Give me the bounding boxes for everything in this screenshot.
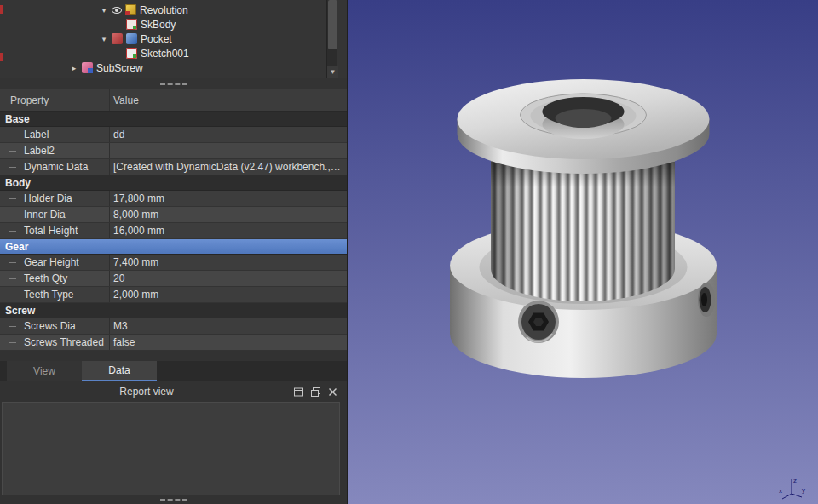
- set-screw-front: [518, 301, 559, 343]
- pocket-icon: [112, 33, 123, 44]
- property-row-label2[interactable]: Label2: [0, 143, 347, 159]
- property-editor: Base Label dd Label2 Dynamic Data [Creat…: [0, 112, 347, 351]
- property-row-screws-threaded[interactable]: Screws Threaded false: [0, 335, 347, 351]
- axis-indicator: z y x: [777, 475, 808, 502]
- property-group-base[interactable]: Base: [0, 112, 347, 127]
- axis-x-label: x: [779, 487, 782, 495]
- property-row-teeth-qty[interactable]: Teeth Qty 20: [0, 271, 347, 287]
- set-screw-right: [698, 283, 715, 317]
- scrollbar-down-arrow-icon[interactable]: ▼: [327, 66, 338, 78]
- revolution-icon: [125, 4, 136, 15]
- splitter-handle-icon: [160, 499, 187, 501]
- tree-item-label: Pocket: [141, 33, 172, 45]
- clipped-tree-icon: [0, 53, 3, 61]
- pulley-model[interactable]: [348, 0, 818, 504]
- model-tree: ▾ Revolution SkBody ▾ Pocket Sketch001 ▸…: [0, 0, 347, 78]
- tree-item-label: Revolution: [140, 4, 188, 16]
- property-group-gear-selected[interactable]: Gear: [0, 239, 347, 255]
- scrollbar-thumb[interactable]: [328, 0, 337, 49]
- tree-property-splitter[interactable]: [0, 78, 347, 89]
- report-view-title: Report view: [0, 386, 293, 398]
- column-header-property[interactable]: Property: [0, 94, 109, 106]
- dock-window-icon[interactable]: [293, 387, 304, 398]
- bottom-splitter[interactable]: [0, 495, 347, 504]
- float-window-icon[interactable]: [310, 387, 321, 398]
- clipped-tree-icon: [0, 5, 3, 14]
- tree-item-subscrew[interactable]: ▸ SubScrew: [0, 60, 347, 75]
- property-group-body[interactable]: Body: [0, 175, 347, 191]
- expand-arrow-icon[interactable]: ▾: [100, 35, 108, 43]
- tree-item-label: SubScrew: [96, 62, 143, 74]
- 3d-viewport[interactable]: z y x: [348, 0, 818, 504]
- pulley-bore: [543, 97, 625, 139]
- expand-arrow-icon[interactable]: ▾: [100, 6, 108, 14]
- property-row-label[interactable]: Label dd: [0, 127, 347, 143]
- column-header-value[interactable]: Value: [109, 89, 347, 111]
- property-row-gear-height[interactable]: Gear Height 7,400 mm: [0, 255, 347, 271]
- tree-item-pocket[interactable]: ▾ Pocket: [0, 32, 347, 46]
- visibility-eye-icon: [112, 7, 122, 14]
- tree-scrollbar[interactable]: ▼: [326, 0, 337, 78]
- property-row-dynamic-data[interactable]: Dynamic Data [Created with DynamicData (…: [0, 159, 347, 175]
- property-row-inner-dia[interactable]: Inner Dia 8,000 mm: [0, 207, 347, 223]
- close-icon[interactable]: [327, 387, 338, 398]
- tab-view[interactable]: View: [7, 361, 82, 381]
- collapse-arrow-icon[interactable]: ▸: [70, 64, 78, 72]
- property-editor-header: Property Value: [0, 89, 347, 112]
- property-row-total-height[interactable]: Total Height 16,000 mm: [0, 223, 347, 239]
- tree-item-label: Sketch001: [141, 48, 189, 60]
- property-tabbar: View Data: [0, 361, 347, 381]
- report-view-header: Report view: [0, 381, 347, 402]
- pocket-arrow-icon: [126, 33, 137, 44]
- tree-item-label: SkBody: [141, 19, 176, 31]
- tab-data[interactable]: Data: [82, 361, 157, 381]
- property-row-teeth-type[interactable]: Teeth Type 2,000 mm: [0, 287, 347, 303]
- property-row-holder-dia[interactable]: Holder Dia 17,800 mm: [0, 191, 347, 207]
- panel-gap: [0, 351, 347, 361]
- axis-y-label: y: [802, 486, 805, 494]
- splitter-handle-icon: [160, 83, 187, 85]
- property-group-screw[interactable]: Screw: [0, 303, 347, 318]
- axis-z-label: z: [793, 477, 797, 484]
- link-icon: [82, 62, 93, 73]
- tree-item-revolution[interactable]: ▾ Revolution: [0, 3, 347, 17]
- report-view-output[interactable]: [2, 402, 340, 495]
- sketch-icon: [126, 48, 137, 59]
- body-icon: [126, 19, 137, 30]
- left-dock: ▾ Revolution SkBody ▾ Pocket Sketch001 ▸…: [0, 0, 348, 504]
- tree-item-sketch001[interactable]: Sketch001: [0, 46, 347, 60]
- tree-item-skbody[interactable]: SkBody: [0, 17, 347, 32]
- property-row-screws-dia[interactable]: Screws Dia M3: [0, 318, 347, 335]
